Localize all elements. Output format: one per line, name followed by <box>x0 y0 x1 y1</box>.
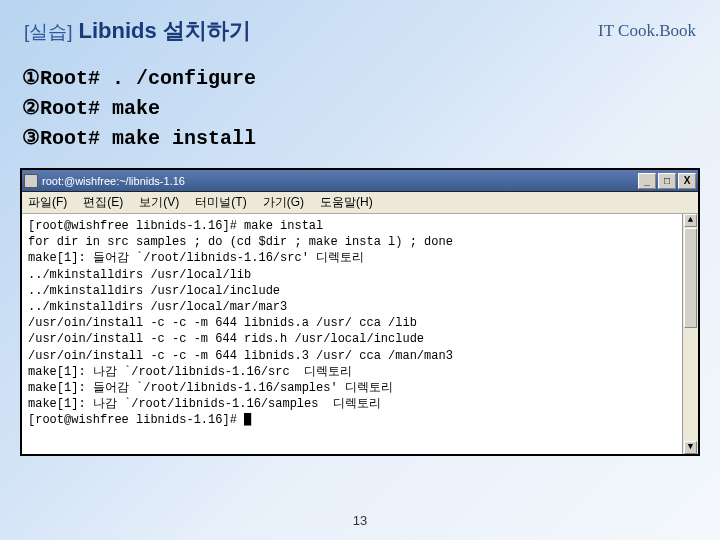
menubar: 파일(F) 편집(E) 보기(V) 터미널(T) 가기(G) 도움말(H) <box>22 192 698 214</box>
title-prefix: [실습] <box>24 19 73 45</box>
step-2: ②Root# make <box>22 94 698 124</box>
window-title: root:@wishfree:~/libnids-1.16 <box>42 175 185 187</box>
terminal-icon <box>24 174 38 188</box>
scroll-up-icon[interactable]: ▲ <box>684 214 697 227</box>
menu-help[interactable]: 도움말(H) <box>320 194 373 211</box>
scroll-thumb[interactable] <box>684 228 697 328</box>
terminal-window: root:@wishfree:~/libnids-1.16 _ □ X 파일(F… <box>20 168 700 456</box>
menu-view[interactable]: 보기(V) <box>139 194 179 211</box>
terminal-output[interactable]: [root@wishfree libnids-1.16]# make insta… <box>22 214 698 454</box>
title-group: [실습] Libnids 설치하기 <box>24 16 251 46</box>
menu-file[interactable]: 파일(F) <box>28 194 67 211</box>
step-1: ①Root# . /configure <box>22 64 698 94</box>
install-steps: ①Root# . /configure ②Root# make ③Root# m… <box>0 54 720 162</box>
maximize-button[interactable]: □ <box>658 173 676 189</box>
window-controls: _ □ X <box>638 173 696 189</box>
brand-label: IT Cook.Book <box>598 21 696 41</box>
minimize-button[interactable]: _ <box>638 173 656 189</box>
step-3: ③Root# make install <box>22 124 698 154</box>
menu-terminal[interactable]: 터미널(T) <box>195 194 246 211</box>
scroll-down-icon[interactable]: ▼ <box>684 441 697 454</box>
scrollbar[interactable]: ▲ ▼ <box>682 214 698 454</box>
slide-header: [실습] Libnids 설치하기 IT Cook.Book <box>0 0 720 54</box>
window-titlebar[interactable]: root:@wishfree:~/libnids-1.16 _ □ X <box>22 170 698 192</box>
menu-edit[interactable]: 편집(E) <box>83 194 123 211</box>
close-button[interactable]: X <box>678 173 696 189</box>
page-title: Libnids 설치하기 <box>79 16 251 46</box>
titlebar-left: root:@wishfree:~/libnids-1.16 <box>24 174 185 188</box>
page-number: 13 <box>353 513 367 528</box>
menu-go[interactable]: 가기(G) <box>263 194 304 211</box>
